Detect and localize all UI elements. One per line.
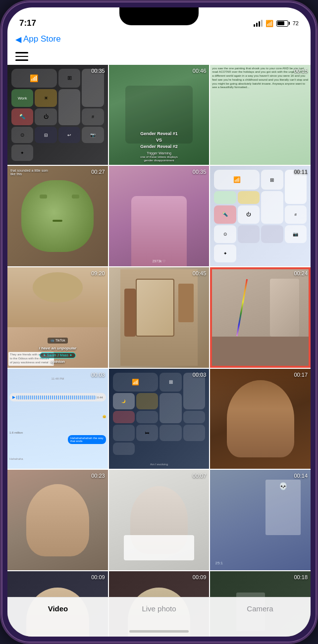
tab-video[interactable]: Video: [7, 603, 108, 613]
tab-live-photo-label: Live photo: [142, 604, 176, 613]
content-area: 📶 ⊞ Work ☀ 🔦 ⏻ # ⊙ ⊟ ↩ 📷: [7, 65, 311, 637]
grid-item-13[interactable]: 00:23: [7, 470, 108, 570]
duration-16: 00:09: [91, 574, 105, 580]
gender-text: Gender Reveal #1VSGender Reveal #2: [109, 131, 210, 149]
duration-15: 00:14: [294, 473, 308, 479]
duration-8: 00:45: [193, 270, 207, 276]
status-icons: 📶 72: [254, 20, 299, 27]
duration-5: 00:35: [193, 169, 207, 175]
tab-camera-label: Camera: [247, 604, 273, 613]
notch: [119, 7, 199, 25]
duration-2: 00:46: [193, 68, 207, 74]
hamburger-button[interactable]: [7, 48, 311, 65]
duration-14: 00:07: [193, 473, 207, 479]
media-grid: 📶 ⊞ Work ☀ 🔦 ⏻ # ⊙ ⊟ ↩ 📷: [7, 65, 311, 637]
status-bar: 7:17 📶 72: [7, 7, 311, 32]
duration-4: 00:27: [91, 169, 105, 175]
duration-12: 00:17: [294, 372, 308, 378]
tab-camera[interactable]: Camera: [210, 603, 311, 613]
hamburger-icon: [15, 52, 303, 61]
duration-13: 00:23: [91, 473, 105, 479]
back-arrow: ◀: [15, 35, 21, 44]
duration-17: 00:09: [193, 574, 207, 580]
duration-3: 00:15: [294, 68, 308, 74]
back-label: App Store: [23, 34, 61, 44]
tab-live-photo[interactable]: Live photo: [108, 603, 210, 613]
grid-item-14[interactable]: 00:07: [109, 470, 210, 570]
grid-item-5[interactable]: 2973k ♡ 00:35: [109, 166, 210, 266]
home-indicator: [129, 630, 189, 633]
duration-10: 00:03: [91, 372, 105, 378]
grid-item-7[interactable]: 📹 TikTok i have an unpopular ✦ Sarah J M…: [7, 267, 108, 368]
battery-level: 72: [293, 20, 299, 26]
msg-blue: Hahahahahahah the waythat ends: [68, 435, 106, 444]
msg-count: 1.6 million: [9, 431, 23, 434]
duration-1: 00:35: [91, 68, 105, 74]
messages-content: 11:48 PM ▶ 0:44 😊 1.6 million: [7, 369, 108, 469]
duration-18: 00:18: [294, 574, 308, 580]
gender-warning: Trigger Warningone of these videos displ…: [109, 151, 210, 162]
grid-item-12[interactable]: 00:17: [210, 369, 311, 469]
battery-icon: [276, 20, 290, 27]
wifi-icon: 📶: [265, 20, 273, 27]
signal-icon: [254, 20, 263, 27]
duration-7: 09:20: [91, 270, 105, 276]
grid-item-4[interactable]: that sounded a little somlike this 00:27: [7, 166, 108, 266]
duration-11: 00:03: [193, 372, 207, 378]
grid-item-11[interactable]: 📶 ⊞ 🌙 🛏: [109, 369, 210, 469]
screen: 7:17 📶 72 ◀: [7, 7, 311, 637]
opinion-text: opinion: [51, 359, 65, 364]
tab-video-label: Video: [48, 604, 68, 613]
grid-item-8[interactable]: 00:45: [109, 267, 210, 368]
grid-item-6[interactable]: 📶 ⊞ 🔦 ⏻ # ⊙ 📷: [210, 166, 311, 266]
status-time: 7:17: [19, 18, 36, 28]
grid-item-15[interactable]: 💀 25:1 00:14: [210, 470, 311, 570]
grid-item-9[interactable]: 00:24: [210, 267, 311, 368]
sarah-badge: ✦ Sarah J Maas ✦: [40, 352, 76, 358]
msg-haha: Hahahaha: [9, 457, 23, 460]
grid-item-3[interactable]: you saw the one painting that shook you …: [210, 65, 311, 165]
duration-9: 00:24: [294, 270, 308, 276]
phone-frame: 7:17 📶 72 ◀: [0, 0, 318, 644]
duration-6: 00:11: [294, 169, 308, 175]
grid-item-10[interactable]: 11:48 PM ▶ 0:44 😊 1.6 million: [7, 369, 108, 469]
grid-item-2[interactable]: Gender Reveal #1VSGender Reveal #2 Trigg…: [109, 65, 210, 165]
tiktok-badge: 📹 TikTok: [48, 338, 68, 344]
back-nav[interactable]: ◀ App Store: [7, 32, 311, 48]
grid-item-1[interactable]: 📶 ⊞ Work ☀ 🔦 ⏻ # ⊙ ⊟ ↩ 📷: [7, 65, 108, 165]
unpopular-text: i have an unpopular: [39, 346, 77, 350]
